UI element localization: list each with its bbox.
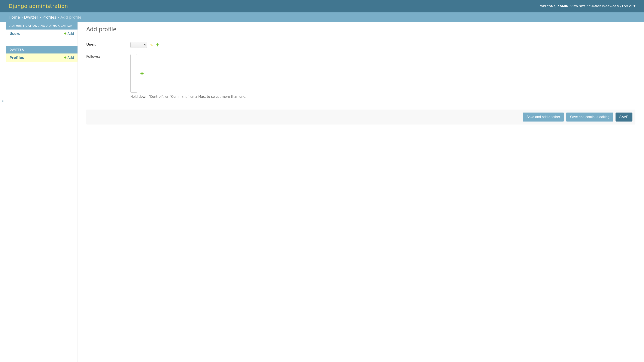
save-button[interactable]: SAVE — [616, 112, 633, 121]
add-label: Add — [68, 32, 74, 36]
username: ADMIN — [557, 5, 568, 8]
app-auth-header[interactable]: AUTHENTICATION AND AUTHORIZATION — [6, 22, 78, 29]
content-area: Add profile User: --------- ✎ ✚ Follows:… — [78, 22, 644, 362]
sidebar: AUTHENTICATION AND AUTHORIZATION Users ✚… — [6, 22, 78, 362]
user-select[interactable]: --------- — [130, 42, 147, 48]
site-title: Django administration — [8, 3, 68, 9]
app-dwitter-section: DWITTER Profiles ✚ Add — [6, 46, 78, 62]
user-links: WELCOME, ADMIN. VIEW SITE / CHANGE PASSW… — [540, 5, 636, 8]
sidebar-collapse-bar[interactable]: « — [0, 22, 6, 362]
form-row-follows: Follows: ✚ Hold down “Control”, or “Comm… — [86, 51, 636, 102]
logout-link[interactable]: LOG OUT — [622, 5, 636, 8]
add-profile-link[interactable]: ✚ Add — [64, 56, 74, 60]
plus-icon[interactable]: ✚ — [140, 71, 144, 76]
breadcrumb-home[interactable]: Home — [8, 15, 20, 19]
add-user-link[interactable]: ✚ Add — [64, 32, 74, 36]
breadcrumb-sep: › — [40, 15, 41, 19]
sidebar-item-profiles: Profiles ✚ Add — [6, 53, 78, 62]
follows-select[interactable] — [130, 54, 137, 93]
page-title: Add profile — [86, 26, 636, 32]
breadcrumb: Home › Dwitter › Profiles › Add profile — [0, 12, 644, 22]
app-dwitter-title[interactable]: DWITTER — [10, 48, 24, 51]
user-label: User: — [86, 42, 130, 46]
sidebar-item-users: Users ✚ Add — [6, 29, 78, 38]
app-dwitter-header[interactable]: DWITTER — [6, 46, 78, 53]
save-add-another-button[interactable]: Save and add another — [522, 112, 564, 121]
app-auth-title[interactable]: AUTHENTICATION AND AUTHORIZATION — [10, 24, 72, 27]
breadcrumb-profiles[interactable]: Profiles — [42, 15, 56, 19]
breadcrumb-sep: › — [58, 15, 59, 19]
sep: / — [619, 5, 622, 8]
admin-header: Django administration WELCOME, ADMIN. VI… — [0, 0, 644, 12]
breadcrumb-dwitter[interactable]: Dwitter — [24, 15, 38, 19]
dot-sep: . — [568, 5, 570, 8]
breadcrumb-sep: › — [21, 15, 23, 19]
plus-icon: ✚ — [64, 56, 66, 60]
collapse-left-icon: « — [1, 98, 4, 103]
model-users-link[interactable]: Users — [10, 32, 20, 36]
add-label: Add — [68, 56, 74, 60]
form-row-user: User: --------- ✎ ✚ — [86, 39, 636, 51]
follows-label: Follows: — [86, 54, 130, 59]
breadcrumb-current: Add profile — [60, 15, 81, 19]
sep: / — [586, 5, 588, 8]
plus-icon[interactable]: ✚ — [156, 42, 159, 47]
pencil-icon[interactable]: ✎ — [150, 43, 153, 47]
save-continue-button[interactable]: Save and continue editing — [566, 112, 613, 121]
submit-row: Save and add another Save and continue e… — [86, 109, 636, 124]
app-auth-section: AUTHENTICATION AND AUTHORIZATION Users ✚… — [6, 22, 78, 38]
welcome-text: WELCOME, — [540, 5, 558, 8]
model-profiles-link[interactable]: Profiles — [10, 56, 24, 60]
plus-icon: ✚ — [64, 32, 66, 36]
follows-help-text: Hold down “Control”, or “Command” on a M… — [130, 95, 636, 99]
view-site-link[interactable]: VIEW SITE — [570, 5, 586, 8]
change-password-link[interactable]: CHANGE PASSWORD — [589, 5, 619, 8]
